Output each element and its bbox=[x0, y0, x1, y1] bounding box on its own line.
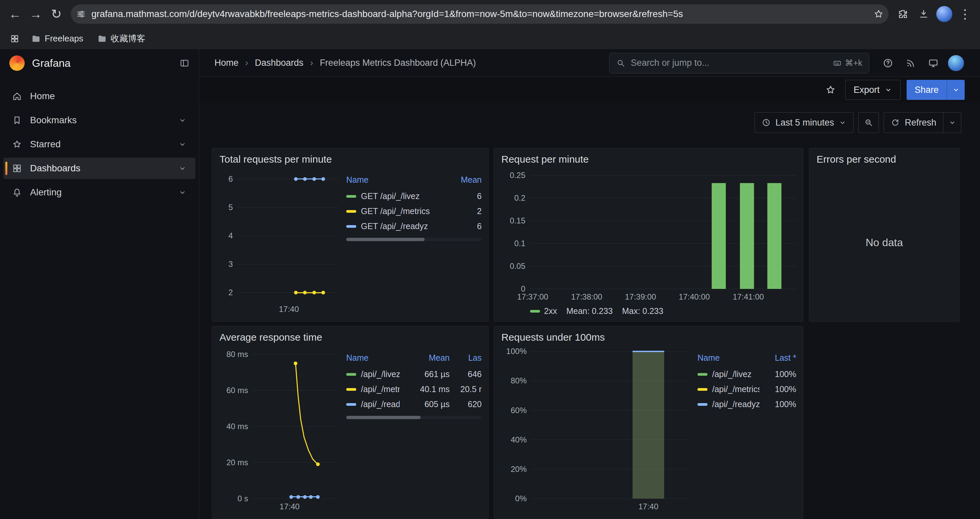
apps-grid-icon[interactable] bbox=[7, 31, 23, 47]
no-data-message: No data bbox=[816, 169, 953, 316]
series-color-chip bbox=[346, 210, 356, 213]
series-name[interactable]: /api/_/metrics bbox=[361, 385, 399, 394]
series-mean: 6 bbox=[445, 192, 482, 201]
search-shortcut: ⌘+k bbox=[833, 58, 862, 68]
chevron-down-icon[interactable] bbox=[178, 164, 187, 172]
series-name[interactable]: /api/_/livez bbox=[712, 369, 759, 379]
x-axis-labels: 17:40 bbox=[253, 498, 338, 513]
tv-kiosk-icon[interactable] bbox=[924, 54, 943, 72]
legend-row: GET /api/_/readyz 6 bbox=[346, 219, 482, 234]
sidebar-item-dashboards[interactable]: Dashboards bbox=[3, 158, 196, 179]
series-color-chip bbox=[530, 310, 540, 313]
panel-title[interactable]: Request per minute bbox=[494, 148, 803, 167]
plot-area[interactable] bbox=[253, 347, 338, 498]
news-rss-icon[interactable] bbox=[901, 54, 920, 72]
forward-icon[interactable]: → bbox=[26, 4, 45, 24]
legend-col-mean[interactable]: Mean bbox=[399, 353, 450, 363]
dashboard-controls: Last 5 minutes Refresh bbox=[754, 112, 961, 133]
scrollbar-thumb[interactable] bbox=[346, 416, 421, 419]
panel-title[interactable]: Errors per second bbox=[809, 148, 959, 167]
plot-area[interactable] bbox=[531, 347, 689, 498]
series-name[interactable]: /api/_/metrics bbox=[712, 385, 759, 394]
legend-col-name[interactable]: Name bbox=[697, 353, 759, 363]
url-input[interactable] bbox=[91, 9, 870, 19]
under-100ms-chart: 100%80%60%40%20%0% 17:40 bbox=[501, 347, 689, 513]
chevron-down-icon[interactable] bbox=[178, 140, 187, 149]
panel-title[interactable]: Total requests per minute bbox=[212, 148, 488, 167]
breadcrumb-separator: › bbox=[310, 58, 313, 68]
share-dropdown-icon[interactable] bbox=[947, 80, 965, 100]
user-avatar[interactable] bbox=[947, 54, 965, 72]
brand-name: Grafana bbox=[32, 57, 71, 69]
legend-col-mean[interactable]: Mean bbox=[445, 175, 482, 185]
legend-row: GET /api/_/livez 6 bbox=[346, 189, 482, 204]
panel-title[interactable]: Requests under 100ms bbox=[494, 326, 803, 345]
sidebar-item-bookmarks[interactable]: Bookmarks bbox=[3, 110, 196, 131]
browser-profile-avatar[interactable] bbox=[935, 4, 954, 24]
panel-request-per-minute: Request per minute 0.250.20.150.10.050 1… bbox=[494, 148, 803, 322]
export-button[interactable]: Export bbox=[845, 80, 900, 100]
sidebar-toggle-icon[interactable] bbox=[180, 58, 189, 68]
favorite-star-icon[interactable] bbox=[822, 81, 839, 99]
series-name[interactable]: GET /api/_/livez bbox=[361, 192, 445, 201]
bookmark-label: Freeleaps bbox=[45, 34, 83, 44]
time-range-picker[interactable]: Last 5 minutes bbox=[754, 112, 854, 133]
series-max: Max: 0.233 bbox=[622, 306, 663, 316]
back-icon[interactable]: ← bbox=[5, 4, 25, 24]
legend-col-name[interactable]: Name bbox=[346, 175, 445, 185]
grafana-logo[interactable] bbox=[10, 56, 25, 71]
breadcrumb-home[interactable]: Home bbox=[215, 58, 239, 68]
series-color-chip bbox=[346, 403, 356, 406]
reload-icon[interactable]: ↻ bbox=[47, 4, 66, 24]
legend-col-name[interactable]: Name bbox=[346, 353, 399, 363]
extensions-icon[interactable] bbox=[893, 4, 913, 24]
series-name[interactable]: GET /api/_/metrics bbox=[361, 206, 445, 216]
bookmark-star-icon[interactable] bbox=[873, 9, 884, 19]
chevron-down-icon[interactable] bbox=[178, 188, 187, 197]
plot-area[interactable] bbox=[530, 169, 796, 289]
panel-average-response-time: Average response time 80 ms60 ms40 ms20 … bbox=[212, 326, 488, 519]
series-mean: Mean: 0.233 bbox=[566, 306, 613, 316]
breadcrumb-dashboards[interactable]: Dashboards bbox=[255, 58, 304, 68]
sidebar: Grafana Home Bookmarks Starred D bbox=[0, 50, 199, 519]
legend-scrollbar[interactable] bbox=[346, 416, 482, 419]
series-last: 100% bbox=[759, 399, 796, 409]
bookmark-folder-blog[interactable]: 收藏博客 bbox=[92, 31, 151, 46]
panel-errors-per-second: Errors per second No data bbox=[809, 148, 960, 322]
refresh-interval-dropdown[interactable] bbox=[943, 112, 961, 133]
request-per-minute-chart: 0.250.20.150.10.050 17:37:0017:38:0017:3… bbox=[501, 169, 796, 316]
chevron-down-icon[interactable] bbox=[178, 116, 187, 125]
browser-menu-icon[interactable]: ⋮ bbox=[955, 4, 975, 24]
series-name[interactable]: /api/_/readyz bbox=[361, 399, 399, 409]
bookmark-folder-freeleaps[interactable]: Freeleaps bbox=[26, 31, 89, 46]
folder-icon bbox=[97, 34, 107, 43]
download-icon[interactable] bbox=[914, 4, 933, 24]
sidebar-item-starred[interactable]: Starred bbox=[3, 134, 196, 155]
panel-title[interactable]: Average response time bbox=[212, 326, 488, 345]
series-name[interactable]: /api/_/readyz bbox=[712, 399, 759, 409]
legend-scrollbar[interactable] bbox=[346, 238, 482, 241]
refresh-button[interactable]: Refresh bbox=[884, 112, 943, 133]
series-name[interactable]: GET /api/_/readyz bbox=[361, 222, 445, 231]
help-icon[interactable] bbox=[878, 54, 897, 72]
url-bar[interactable] bbox=[71, 4, 889, 24]
plot-area[interactable] bbox=[237, 169, 338, 301]
share-button[interactable]: Share bbox=[907, 80, 947, 100]
legend-col-last[interactable]: Last * bbox=[759, 353, 796, 363]
series-color-chip bbox=[346, 373, 356, 376]
search-input[interactable] bbox=[631, 58, 827, 68]
search-bar[interactable]: ⌘+k bbox=[609, 53, 869, 73]
sidebar-item-alerting[interactable]: Alerting bbox=[3, 182, 196, 203]
site-info-icon[interactable] bbox=[73, 6, 89, 22]
sidebar-item-home[interactable]: Home bbox=[3, 86, 196, 107]
legend-col-last[interactable]: Las bbox=[450, 353, 482, 363]
scrollbar-thumb[interactable] bbox=[346, 238, 425, 241]
zoom-out-icon bbox=[864, 118, 873, 127]
legend-row: /api/_/readyz 100% bbox=[697, 397, 796, 412]
x-axis-labels: 17:40 bbox=[237, 301, 338, 316]
dashboard-actions-bar: Export Share bbox=[199, 77, 980, 103]
series-name[interactable]: 2xx bbox=[544, 306, 557, 316]
zoom-out-button[interactable] bbox=[858, 112, 879, 133]
series-name[interactable]: /api/_/livez bbox=[361, 369, 399, 379]
series-color-chip bbox=[697, 388, 708, 391]
